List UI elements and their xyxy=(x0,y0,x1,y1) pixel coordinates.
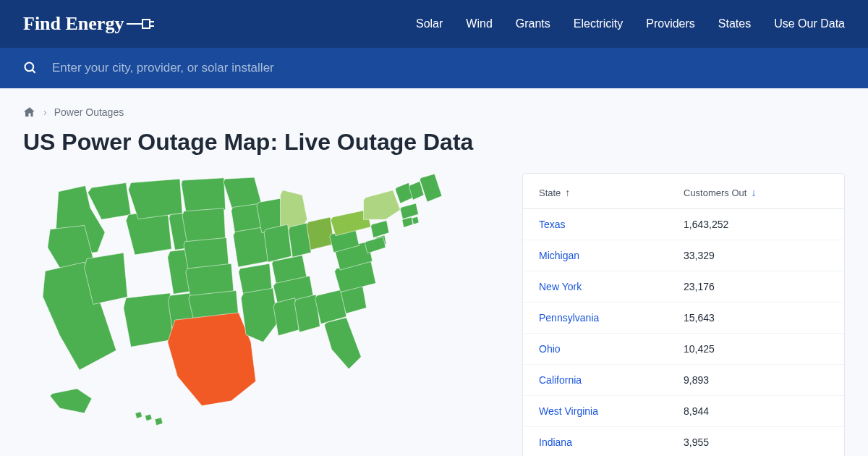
nav-grants[interactable]: Grants xyxy=(516,17,550,30)
state-ak xyxy=(50,389,92,413)
nav-states[interactable]: States xyxy=(718,17,751,30)
table-row: Indiana3,955 xyxy=(523,427,844,456)
state-link[interactable]: Ohio xyxy=(539,343,684,355)
search-icon xyxy=(23,61,38,75)
column-header-state[interactable]: State ↑ xyxy=(539,187,684,198)
nav-electricity[interactable]: Electricity xyxy=(574,17,623,30)
column-label-customers: Customers Out xyxy=(684,187,746,198)
state-link[interactable]: Pennsylvania xyxy=(539,312,684,324)
state-id xyxy=(88,183,131,220)
sort-down-icon: ↓ xyxy=(751,187,756,198)
breadcrumb-separator: › xyxy=(43,106,47,118)
main-header: Find Energy Solar Wind Grants Electricit… xyxy=(0,0,868,48)
state-md xyxy=(365,237,386,253)
table-row: New York23,176 xyxy=(523,271,844,303)
table-row: Ohio10,425 xyxy=(523,334,844,365)
state-oh xyxy=(307,217,334,250)
table-row: West Virginia8,944 xyxy=(523,396,844,427)
state-il xyxy=(264,224,292,262)
table-row: Pennsylvania15,643 xyxy=(523,303,844,334)
state-nd xyxy=(182,178,226,214)
us-map[interactable] xyxy=(23,173,493,456)
state-link[interactable]: Michigan xyxy=(539,250,684,261)
customers-value: 1,643,252 xyxy=(684,219,828,230)
nav-providers[interactable]: Providers xyxy=(646,17,695,30)
state-link[interactable]: California xyxy=(539,374,684,386)
customers-value: 33,329 xyxy=(684,250,828,261)
customers-value: 10,425 xyxy=(684,343,828,355)
breadcrumb: › Power Outages xyxy=(0,88,868,129)
search-bar xyxy=(0,48,868,88)
customers-value: 3,955 xyxy=(684,436,828,448)
state-link[interactable]: New York xyxy=(539,281,684,292)
main-nav: Solar Wind Grants Electricity Providers … xyxy=(416,17,845,30)
logo[interactable]: Find Energy xyxy=(23,13,156,35)
sort-up-icon: ↑ xyxy=(565,187,570,198)
nav-solar[interactable]: Solar xyxy=(416,17,443,30)
outage-table: State ↑ Customers Out ↓ Texas1,643,252 M… xyxy=(522,173,845,456)
state-link[interactable]: West Virginia xyxy=(539,405,684,417)
state-tx xyxy=(168,313,256,406)
state-link[interactable]: Indiana xyxy=(539,436,684,448)
state-link[interactable]: Texas xyxy=(539,219,684,230)
state-az xyxy=(124,293,173,347)
table-row: California9,893 xyxy=(523,365,844,396)
state-hi1 xyxy=(135,412,142,418)
table-row: Michigan33,329 xyxy=(523,240,844,271)
svg-line-5 xyxy=(33,70,35,73)
us-map-svg xyxy=(23,173,493,456)
nav-use-data[interactable]: Use Our Data xyxy=(774,17,845,30)
state-me xyxy=(420,174,441,202)
svg-rect-1 xyxy=(142,20,150,28)
customers-value: 8,944 xyxy=(684,405,828,417)
state-hi2 xyxy=(145,414,152,421)
page-title: US Power Outage Map: Live Outage Data xyxy=(0,129,868,173)
customers-value: 15,643 xyxy=(684,312,828,324)
customers-value: 23,176 xyxy=(684,281,828,292)
customers-value: 9,893 xyxy=(684,374,828,386)
state-ma xyxy=(400,203,418,219)
home-icon[interactable] xyxy=(23,106,36,119)
column-label-state: State xyxy=(539,187,561,198)
svg-point-4 xyxy=(25,63,34,72)
state-nj xyxy=(371,221,389,238)
state-la xyxy=(241,288,278,342)
nav-wind[interactable]: Wind xyxy=(466,17,492,30)
table-header: State ↑ Customers Out ↓ xyxy=(523,174,844,209)
plug-icon xyxy=(127,16,156,32)
state-mt xyxy=(129,179,182,219)
breadcrumb-current: Power Outages xyxy=(54,106,124,118)
state-ny xyxy=(364,190,401,220)
state-ri xyxy=(412,216,419,224)
logo-text: Find Energy xyxy=(23,13,124,35)
state-mo xyxy=(233,227,268,267)
column-header-customers[interactable]: Customers Out ↓ xyxy=(684,187,828,198)
search-input[interactable] xyxy=(52,61,845,75)
main-content: State ↑ Customers Out ↓ Texas1,643,252 M… xyxy=(0,173,868,456)
state-fl xyxy=(324,318,361,369)
state-hi3 xyxy=(155,418,163,426)
table-row: Texas1,643,252 xyxy=(523,209,844,240)
